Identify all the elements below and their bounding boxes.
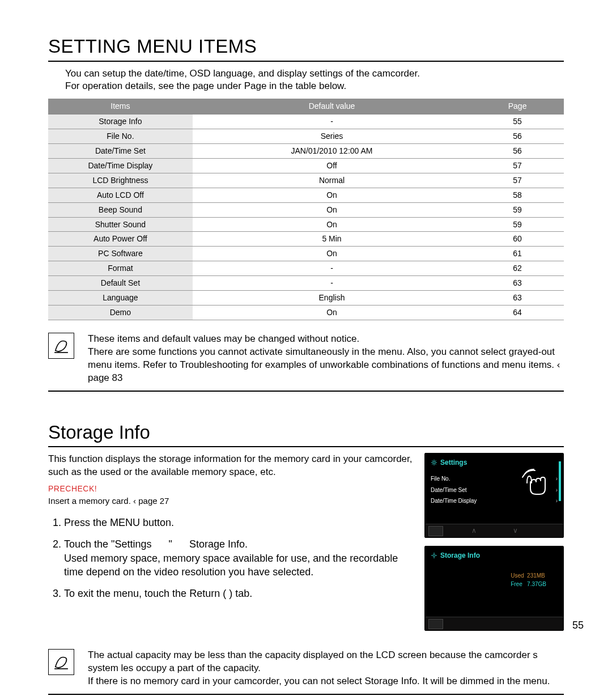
table-row: Format-62 <box>48 261 564 276</box>
cell-item: LCD Brightness <box>48 173 193 188</box>
cell-item: Beep Sound <box>48 202 193 217</box>
table-row: Date/Time DisplayOff57 <box>48 158 564 173</box>
cell-default: Off <box>193 158 471 173</box>
lcd-previews: Settings File No.› Date/Time Set› Date/T… <box>424 453 564 639</box>
cell-page: 64 <box>471 305 564 320</box>
note1-line1: These items and default values may be ch… <box>88 333 564 346</box>
table-row: Auto Power Off5 Min60 <box>48 232 564 247</box>
page-number: 55 <box>572 618 584 632</box>
lcd2-title: Storage Info <box>440 551 480 560</box>
table-row: Beep SoundOn59 <box>48 202 564 217</box>
note1-line2: There are some functions you cannot acti… <box>88 346 564 385</box>
cell-page: 57 <box>471 173 564 188</box>
lcd-storage-info: Storage Info Used 231MB Free 7.37GB <box>424 546 564 631</box>
cell-item: Auto Power Off <box>48 232 193 247</box>
cell-default: On <box>193 202 471 217</box>
table-row: File No.Series56 <box>48 129 564 144</box>
note2-line2: If there is no memory card in your camco… <box>88 675 564 688</box>
cell-item: Date/Time Set <box>48 144 193 159</box>
lcd-settings: Settings File No.› Date/Time Set› Date/T… <box>424 453 564 538</box>
lcd1-row1-label: Date/Time Set <box>431 486 467 494</box>
cell-default: JAN/01/2010 12:00 AM <box>193 144 471 159</box>
lcd2-title-row: Storage Info <box>431 551 558 560</box>
lcd1-scrollbar <box>559 461 561 501</box>
gear-icon <box>431 459 437 466</box>
cell-page: 56 <box>471 129 564 144</box>
note2-line1: The actual capacity may be less than the… <box>88 649 564 675</box>
cell-item: Shutter Sound <box>48 217 193 232</box>
cell-default: On <box>193 188 471 202</box>
note-icon <box>48 333 74 359</box>
lcd2-bottom-bar <box>425 617 563 630</box>
hand-icon <box>519 466 553 500</box>
cell-default: On <box>193 305 471 320</box>
table-row: LCD BrightnessNormal57 <box>48 173 564 188</box>
cell-page: 60 <box>471 232 564 247</box>
intro-block: You can setup the date/time, OSD languag… <box>65 67 564 94</box>
table-row: Date/Time SetJAN/01/2010 12:00 AM56 <box>48 144 564 159</box>
cell-item: Default Set <box>48 276 193 291</box>
cell-item: Language <box>48 291 193 306</box>
th-default: Default value <box>193 99 471 114</box>
table-row: PC SoftwareOn61 <box>48 247 564 261</box>
svg-line-6 <box>432 461 434 462</box>
chevron-right-icon: › <box>556 475 558 483</box>
note-block-1: These items and default values may be ch… <box>48 333 564 392</box>
return-tab-icon <box>428 526 443 536</box>
table-row: Default Set-63 <box>48 276 564 291</box>
precheck-label: PRECHECK! <box>48 483 413 494</box>
svg-line-8 <box>432 464 434 465</box>
steps-list: Press the MENU button. Touch the "Settin… <box>61 516 413 600</box>
table-row: DemoOn64 <box>48 305 564 320</box>
note-block-2: The actual capacity may be less than the… <box>48 649 564 695</box>
gear-icon <box>431 552 437 559</box>
th-page: Page <box>471 99 564 114</box>
cell-default: English <box>193 291 471 306</box>
intro-line1: You can setup the date/time, OSD languag… <box>65 68 420 79</box>
table-row: Shutter SoundOn59 <box>48 217 564 232</box>
return-tab-icon <box>428 619 443 629</box>
cell-default: 5 Min <box>193 232 471 247</box>
cell-item: Demo <box>48 305 193 320</box>
table-row: Auto LCD OffOn58 <box>48 188 564 202</box>
step-2: Touch the "Settings " Storage Info. Used… <box>64 537 413 579</box>
cell-default: - <box>193 114 471 129</box>
svg-point-1 <box>433 461 435 464</box>
cell-default: Series <box>193 129 471 144</box>
free-label: Free <box>511 581 522 587</box>
cell-item: Storage Info <box>48 114 193 129</box>
cell-default: On <box>193 217 471 232</box>
lcd1-bottom-bar: ∧ ∨ <box>425 524 563 537</box>
cell-page: 63 <box>471 291 564 306</box>
cell-item: File No. <box>48 129 193 144</box>
step-2a-mid: " <box>169 538 172 550</box>
cell-item: Format <box>48 261 193 276</box>
cell-item: PC Software <box>48 247 193 261</box>
cell-page: 56 <box>471 144 564 159</box>
insert-card-text: Insert a memory card. ‹ page 27 <box>48 495 413 507</box>
cell-default: On <box>193 247 471 261</box>
lcd1-row0-label: File No. <box>431 475 450 483</box>
cell-default: Normal <box>193 173 471 188</box>
nav-arrows: ∧ ∨ <box>443 526 563 535</box>
step-2a: Touch the "Settings <box>64 538 152 550</box>
cell-default: - <box>193 261 471 276</box>
step-1: Press the MENU button. <box>64 516 413 529</box>
free-val: 7.37GB <box>527 581 546 587</box>
cell-page: 57 <box>471 158 564 173</box>
svg-line-7 <box>435 464 436 465</box>
storage-intro: This function displays the storage infor… <box>48 453 413 479</box>
cell-page: 58 <box>471 188 564 202</box>
cell-page: 55 <box>471 114 564 129</box>
settings-table: Items Default value Page Storage Info-55… <box>48 99 564 320</box>
cell-page: 63 <box>471 276 564 291</box>
cell-page: 61 <box>471 247 564 261</box>
heading-storage-info: Storage Info <box>48 420 564 448</box>
svg-point-10 <box>433 554 435 557</box>
th-items: Items <box>48 99 193 114</box>
step-3: To exit the menu, touch the Return ( ) t… <box>64 587 413 600</box>
used-val: 231MB <box>527 572 545 579</box>
note-icon <box>48 649 74 675</box>
step-2b: Used memory space, memory space availabl… <box>64 551 413 579</box>
used-label: Used <box>511 572 524 579</box>
